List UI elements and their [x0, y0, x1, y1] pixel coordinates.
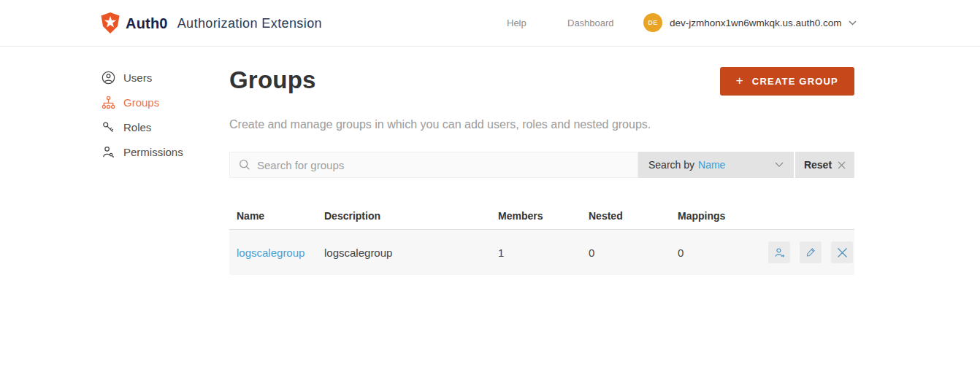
sidebar-item-label: Groups: [123, 96, 159, 109]
column-header-mappings: Mappings: [678, 210, 761, 222]
main-content: Groups + CREATE GROUP Create and manage …: [229, 64, 854, 275]
sidebar-item-roles[interactable]: Roles: [102, 118, 183, 136]
delete-group-button[interactable]: [831, 241, 853, 263]
tenant-menu[interactable]: DE dev-jzmhonx1wn6wmkqk.us.auth0.com: [643, 13, 857, 32]
chevron-down-icon: [775, 162, 784, 168]
sidebar-item-users[interactable]: Users: [102, 69, 183, 86]
search-by-label: Search by: [648, 159, 694, 171]
table-header: Name Description Members Nested Mappings: [229, 202, 854, 230]
help-link[interactable]: Help: [507, 18, 527, 28]
sidebar-item-label: Permissions: [123, 146, 183, 158]
page-title: Groups: [229, 64, 316, 96]
tenant-domain: dev-jzmhonx1wn6wmkqk.us.auth0.com: [670, 18, 842, 28]
top-header: Auth0 Authorization Extension Help Dashb…: [0, 0, 980, 47]
search-input[interactable]: [257, 159, 629, 171]
roles-icon: [102, 120, 115, 134]
column-header-members: Members: [498, 210, 589, 222]
sidebar-item-permissions[interactable]: Permissions: [102, 143, 183, 160]
groups-table: Name Description Members Nested Mappings…: [229, 202, 854, 275]
delete-x-icon: [837, 247, 848, 258]
search-bar: Search by Name Reset: [229, 152, 854, 178]
auth0-logo-icon: [100, 12, 120, 34]
create-group-button[interactable]: + CREATE GROUP: [720, 67, 854, 96]
edit-pencil-icon: [805, 247, 816, 258]
group-name-link[interactable]: logscalegroup: [237, 247, 305, 259]
auth0-authorization-extension-page: Auth0 Authorization Extension Help Dashb…: [0, 0, 980, 388]
group-members-count: 1: [498, 247, 589, 259]
close-icon: [838, 161, 846, 169]
page-description: Create and manage groups in which you ca…: [229, 118, 854, 131]
search-icon: [239, 159, 250, 171]
user-icon: [102, 71, 115, 85]
chevron-down-icon: [849, 20, 857, 26]
column-header-nested: Nested: [589, 210, 678, 222]
column-header-name: Name: [229, 210, 324, 222]
add-member-icon: [773, 247, 786, 259]
groups-icon: [102, 96, 115, 109]
avatar: DE: [643, 13, 662, 32]
search-by-dropdown[interactable]: Search by Name: [638, 152, 794, 178]
sidebar-item-groups[interactable]: Groups: [102, 93, 183, 111]
app-title: Authorization Extension: [177, 16, 322, 31]
edit-group-button[interactable]: [800, 241, 822, 263]
row-actions: [768, 241, 854, 263]
dashboard-link[interactable]: Dashboard: [567, 18, 614, 28]
group-description: logscalegroup: [324, 247, 498, 259]
add-member-button[interactable]: [768, 241, 790, 263]
sidebar-item-label: Users: [123, 71, 152, 84]
brand-name: Auth0: [126, 15, 168, 32]
permissions-icon: [102, 145, 115, 159]
sidebar: Users Groups Roles: [102, 69, 183, 168]
group-mappings-count: 0: [678, 247, 761, 259]
search-input-wrap: [229, 152, 638, 178]
plus-icon: +: [736, 74, 744, 87]
search-by-value: Name: [698, 159, 725, 171]
table-row: logscalegroup logscalegroup 1 0 0: [229, 230, 854, 275]
sidebar-item-label: Roles: [123, 121, 151, 133]
group-nested-count: 0: [589, 247, 678, 259]
brand: Auth0 Authorization Extension: [100, 0, 322, 47]
reset-button[interactable]: Reset: [795, 152, 854, 178]
column-header-description: Description: [324, 210, 498, 222]
